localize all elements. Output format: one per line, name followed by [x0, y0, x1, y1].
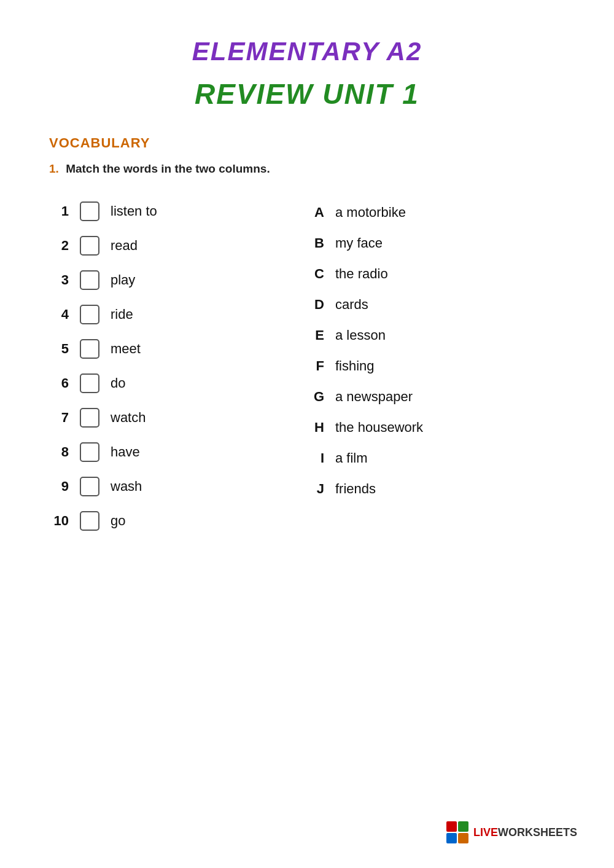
right-item: Ffishing	[307, 351, 565, 381]
right-item: Ga newspaper	[307, 381, 565, 412]
item-number: 5	[49, 341, 69, 357]
item-letter: D	[307, 297, 324, 313]
item-phrase: a newspaper	[335, 389, 413, 405]
instruction: 1. Match the words in the two columns.	[49, 162, 565, 176]
page: ELEMENTARY A2 REVIEW UNIT 1 VOCABULARY 1…	[0, 0, 614, 868]
item-phrase: friends	[335, 481, 376, 497]
item-verb: have	[111, 444, 140, 460]
item-letter: G	[307, 389, 324, 405]
item-letter: I	[307, 450, 324, 466]
logo-icon-cell-4	[458, 833, 468, 843]
section-label: VOCABULARY	[49, 135, 565, 151]
logo-text-live: LIVE	[473, 826, 498, 839]
item-verb: watch	[111, 410, 146, 426]
item-letter: B	[307, 235, 324, 251]
right-item: Ia film	[307, 443, 565, 474]
item-letter: A	[307, 205, 324, 221]
item-number: 8	[49, 444, 69, 460]
right-item: Jfriends	[307, 474, 565, 504]
matching-exercise: 1listen to2read3play4ride5meet6do7watch8…	[49, 194, 565, 538]
checkbox[interactable]	[80, 305, 99, 324]
left-item: 9wash	[49, 469, 281, 504]
item-phrase: cards	[335, 297, 368, 313]
item-verb: listen to	[111, 203, 157, 219]
left-item: 6do	[49, 366, 281, 401]
item-phrase: the housework	[335, 420, 423, 436]
left-item: 4ride	[49, 297, 281, 332]
left-item: 10go	[49, 504, 281, 538]
right-item: Aa motorbike	[307, 197, 565, 228]
item-phrase: my face	[335, 235, 383, 251]
liveworksheets-logo: LIVEWORKSHEETS	[446, 821, 577, 843]
item-verb: play	[111, 272, 135, 288]
left-item: 3play	[49, 263, 281, 297]
item-number: 6	[49, 375, 69, 391]
item-phrase: the radio	[335, 266, 388, 282]
item-verb: meet	[111, 341, 141, 357]
item-verb: go	[111, 513, 125, 529]
right-item: Hthe housework	[307, 412, 565, 443]
left-item: 5meet	[49, 332, 281, 366]
right-item: Dcards	[307, 289, 565, 320]
checkbox[interactable]	[80, 270, 99, 290]
logo-text: LIVEWORKSHEETS	[473, 826, 577, 839]
item-letter: C	[307, 266, 324, 282]
item-phrase: fishing	[335, 358, 375, 374]
logo-icon	[446, 821, 468, 843]
right-item: Bmy face	[307, 228, 565, 259]
checkbox[interactable]	[80, 339, 99, 359]
sub-title: REVIEW UNIT 1	[49, 77, 565, 111]
left-item: 1listen to	[49, 194, 281, 229]
item-phrase: a motorbike	[335, 205, 406, 221]
item-verb: ride	[111, 307, 133, 323]
item-number: 9	[49, 479, 69, 495]
left-column: 1listen to2read3play4ride5meet6do7watch8…	[49, 194, 281, 538]
checkbox[interactable]	[80, 201, 99, 221]
logo-icon-cell-3	[446, 833, 457, 843]
item-number: 1	[49, 203, 69, 219]
logo-icon-cell-2	[458, 821, 468, 832]
main-title: ELEMENTARY A2	[49, 37, 565, 66]
item-number: 2	[49, 238, 69, 254]
item-letter: E	[307, 327, 324, 343]
item-letter: J	[307, 481, 324, 497]
left-item: 2read	[49, 229, 281, 263]
item-phrase: a film	[335, 450, 368, 466]
left-item: 8have	[49, 435, 281, 469]
item-phrase: a lesson	[335, 327, 386, 343]
checkbox[interactable]	[80, 442, 99, 462]
right-column: Aa motorbikeBmy faceCthe radioDcardsEa l…	[307, 194, 565, 504]
item-number: 7	[49, 410, 69, 426]
logo-text-worksheets: WORKSHEETS	[498, 826, 577, 839]
instruction-text: Match the words in the two columns.	[66, 162, 270, 175]
item-letter: F	[307, 358, 324, 374]
item-verb: wash	[111, 479, 142, 495]
checkbox[interactable]	[80, 373, 99, 393]
checkbox[interactable]	[80, 236, 99, 256]
checkbox[interactable]	[80, 477, 99, 496]
item-letter: H	[307, 420, 324, 436]
item-verb: read	[111, 238, 138, 254]
logo-icon-cell-1	[446, 821, 457, 832]
right-item: Ea lesson	[307, 320, 565, 351]
instruction-number: 1.	[49, 162, 59, 175]
checkbox[interactable]	[80, 408, 99, 428]
item-number: 3	[49, 272, 69, 288]
left-item: 7watch	[49, 401, 281, 435]
item-number: 10	[49, 513, 69, 529]
item-verb: do	[111, 375, 125, 391]
checkbox[interactable]	[80, 511, 99, 531]
right-item: Cthe radio	[307, 259, 565, 289]
item-number: 4	[49, 307, 69, 323]
